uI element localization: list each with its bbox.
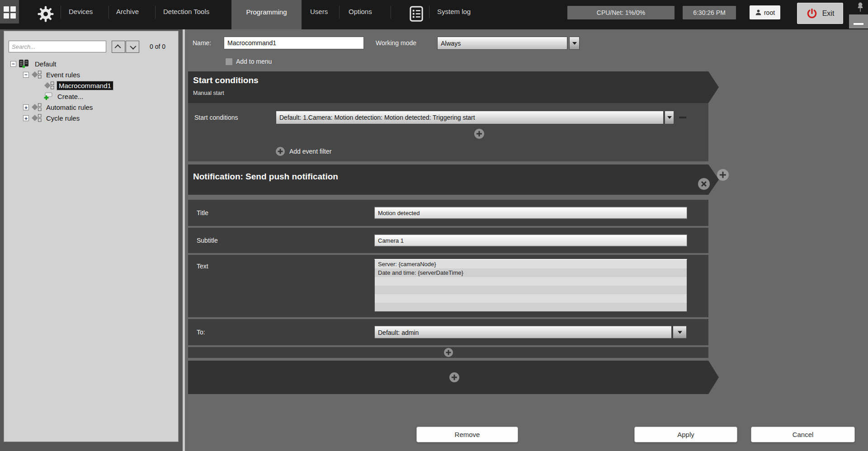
current-user-button[interactable]: root bbox=[750, 5, 780, 19]
app-menu-button[interactable] bbox=[0, 0, 19, 23]
text-label: Text bbox=[197, 263, 208, 270]
tree-item-label[interactable]: Macrocommand1 bbox=[57, 81, 113, 90]
search-prev-button[interactable] bbox=[112, 41, 125, 53]
power-icon bbox=[806, 8, 818, 19]
remove-button[interactable]: Remove bbox=[416, 427, 518, 442]
toolbar-separator bbox=[61, 6, 61, 19]
tree-row: + Cycle rules bbox=[4, 113, 177, 123]
settings-gear-icon[interactable] bbox=[37, 5, 54, 23]
rule-icon bbox=[31, 70, 42, 79]
server-icon bbox=[19, 59, 30, 68]
working-mode-label: Working mode bbox=[376, 37, 416, 49]
search-input[interactable] bbox=[9, 41, 106, 52]
param-row-text: Text Server: {cameraNode} Date and time:… bbox=[188, 255, 708, 317]
notification-action-header: Notification: Send push notification bbox=[188, 164, 719, 195]
title-input[interactable] bbox=[374, 207, 687, 219]
name-input[interactable] bbox=[224, 37, 364, 49]
start-condition-select[interactable]: Default: 1.Camera: Motion detection: Mot… bbox=[276, 111, 664, 124]
tree-panel: 0 of 0 − Default − bbox=[4, 31, 179, 442]
add-action-button[interactable] bbox=[449, 372, 459, 382]
tree-row: Macrocommand1 bbox=[4, 80, 177, 91]
add-event-filter-icon[interactable] bbox=[276, 147, 285, 156]
pin-icon[interactable] bbox=[856, 2, 864, 14]
tree-expander[interactable]: − bbox=[23, 72, 29, 78]
tab-archive[interactable]: Archive bbox=[116, 0, 139, 23]
triangle-down-icon bbox=[572, 42, 577, 45]
exit-label: Exit bbox=[822, 9, 835, 18]
add-condition-button[interactable] bbox=[474, 129, 484, 139]
create-icon bbox=[44, 92, 53, 100]
start-condition-dropdown-button[interactable] bbox=[665, 111, 674, 124]
param-row-subtitle: Subtitle bbox=[188, 228, 708, 253]
cancel-button[interactable]: Cancel bbox=[751, 427, 855, 442]
chevron-down-icon bbox=[130, 43, 136, 49]
triangle-down-icon bbox=[678, 331, 682, 334]
rule-icon bbox=[31, 103, 42, 111]
search-next-button[interactable] bbox=[126, 41, 139, 53]
user-name: root bbox=[764, 9, 775, 16]
tree-item-label[interactable]: Event rules bbox=[44, 70, 82, 79]
apply-button[interactable]: Apply bbox=[634, 427, 737, 442]
add-action-branch-button[interactable] bbox=[717, 169, 729, 181]
tree-row: + Automatic rules bbox=[4, 102, 177, 113]
working-mode-dropdown-button[interactable] bbox=[569, 37, 580, 50]
to-select[interactable]: Default: admin bbox=[374, 326, 672, 339]
tab-programming[interactable]: Programming bbox=[231, 0, 302, 29]
start-conditions-row-label: Start conditions bbox=[194, 114, 238, 121]
start-conditions-header: Start conditions Manual start bbox=[188, 71, 719, 103]
minimize-panel-button[interactable] bbox=[849, 14, 868, 28]
param-row-title: Title bbox=[188, 200, 708, 226]
system-log-icon[interactable] bbox=[410, 6, 423, 22]
rule-icon bbox=[31, 114, 42, 122]
add-action-band bbox=[188, 361, 719, 394]
title-label: Title bbox=[197, 209, 208, 216]
tree-item-label[interactable]: Automatic rules bbox=[44, 103, 94, 112]
tree-expander[interactable]: − bbox=[10, 61, 16, 67]
to-label: To: bbox=[197, 329, 205, 336]
tree: − Default − Event bbox=[4, 58, 177, 123]
grid-icon bbox=[4, 6, 16, 19]
tab-detection-tools[interactable]: Detection Tools bbox=[163, 0, 209, 23]
cpu-net-indicator[interactable]: CPU/Net: 1%/0% bbox=[567, 6, 675, 19]
toolbar-separator bbox=[155, 6, 156, 19]
tree-row: − Event rules bbox=[4, 69, 177, 80]
tree-row: − Default bbox=[4, 58, 177, 69]
to-dropdown-button[interactable] bbox=[673, 326, 687, 339]
tree-expander[interactable]: + bbox=[23, 115, 29, 121]
tree-item-label[interactable]: Create... bbox=[56, 92, 85, 101]
subtitle-label: Subtitle bbox=[197, 237, 218, 244]
working-mode-select[interactable]: Always bbox=[437, 37, 567, 50]
tab-devices[interactable]: Devices bbox=[69, 0, 93, 23]
tree-item-label[interactable]: Cycle rules bbox=[44, 114, 81, 122]
person-icon bbox=[755, 9, 762, 16]
remove-condition-button[interactable] bbox=[679, 117, 686, 118]
toolbar-separator bbox=[339, 6, 340, 19]
param-row-add bbox=[188, 347, 708, 358]
top-toolbar: Devices Archive Detection Tools Programm… bbox=[0, 0, 868, 29]
toolbar-separator bbox=[391, 6, 391, 19]
section-title: Start conditions bbox=[193, 75, 259, 85]
name-label: Name: bbox=[193, 37, 211, 49]
clock: 6:30:26 PM bbox=[683, 6, 736, 19]
remove-action-button[interactable] bbox=[698, 178, 710, 190]
toolbar-separator bbox=[429, 6, 429, 19]
add-parameter-button[interactable] bbox=[444, 348, 453, 357]
exit-button[interactable]: Exit bbox=[797, 3, 843, 24]
macro-editor: Name: Working mode Always Add to menu St… bbox=[185, 29, 868, 451]
tab-users[interactable]: Users bbox=[310, 0, 328, 23]
chevron-up-icon bbox=[115, 44, 121, 51]
text-textarea[interactable]: Server: {cameraNode} Date and time: {ser… bbox=[374, 259, 687, 312]
section-subtitle: Manual start bbox=[193, 90, 224, 96]
param-row-to: To: Default: admin bbox=[188, 319, 708, 345]
toolbar-separator bbox=[108, 6, 109, 19]
rule-icon bbox=[44, 81, 54, 89]
tree-item-label[interactable]: Default bbox=[33, 60, 58, 68]
tree-row: Create... bbox=[4, 91, 177, 102]
subtitle-input[interactable] bbox=[374, 235, 687, 247]
add-to-menu-checkbox[interactable] bbox=[225, 58, 233, 66]
add-event-filter-label[interactable]: Add event filter bbox=[289, 148, 331, 155]
tree-expander[interactable]: + bbox=[23, 104, 29, 110]
system-log-button[interactable]: System log bbox=[437, 0, 471, 23]
search-result-count: 0 of 0 bbox=[150, 41, 165, 53]
tab-options[interactable]: Options bbox=[349, 0, 372, 23]
